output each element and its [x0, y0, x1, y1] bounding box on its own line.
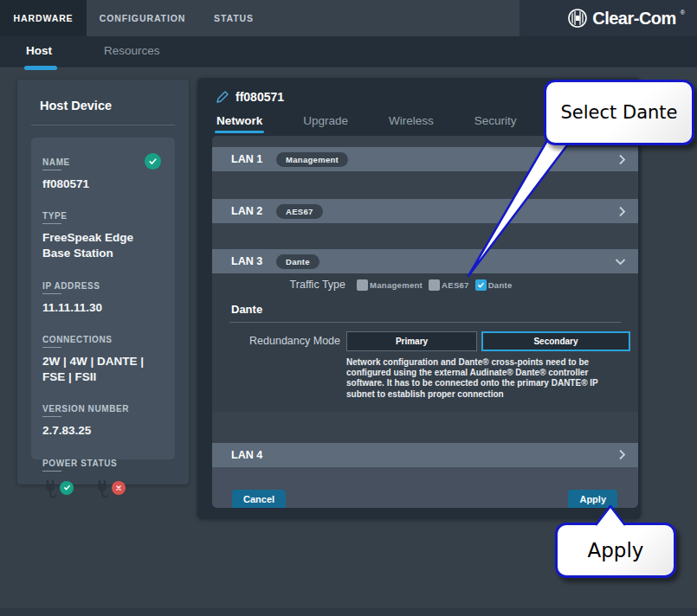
- lan1-row[interactable]: LAN 1 Management: [212, 147, 638, 171]
- field-ip-label: IP ADDRESS: [42, 281, 100, 297]
- clearcom-logo: Clear-Com ®: [567, 7, 685, 29]
- field-ip-address: IP ADDRESS 11.11.11.30: [42, 277, 163, 316]
- lan3-badge: Dante: [276, 254, 319, 269]
- clearcom-logo-icon: [567, 8, 588, 29]
- field-name-value: ff080571: [42, 176, 163, 192]
- apply-callout: Apply: [555, 523, 676, 578]
- field-power-status: POWER STATUS: [42, 454, 163, 502]
- tab-security[interactable]: Security: [474, 114, 517, 133]
- lan2-label: LAN 2: [231, 205, 276, 217]
- field-ip-value: 11.11.11.30: [42, 300, 163, 316]
- checkbox-dante[interactable]: Dante: [475, 279, 513, 291]
- apply-callout-text: Apply: [588, 539, 644, 561]
- host-device-card: NAME ff080571 TYPE FreeSpeak Edge Base S…: [31, 138, 175, 459]
- field-type-value: FreeSpeak Edge Base Station: [42, 230, 155, 261]
- field-connections-value: 2W | 4W | DANTE | FSE | FSII: [42, 354, 164, 385]
- lan4-label: LAN 4: [231, 449, 276, 461]
- host-device-panel: Host Device NAME ff080571 TYPE FreeSpeak…: [17, 80, 189, 484]
- sidebar-divider: [31, 125, 175, 125]
- checkbox-aes67-label: AES67: [442, 280, 469, 290]
- tab-status[interactable]: STATUS: [208, 0, 260, 36]
- power-supply-1: [42, 479, 72, 502]
- dante-divider: [229, 322, 621, 323]
- chevron-down-icon[interactable]: [615, 258, 626, 266]
- page: HARDWARE CONFIGURATION STATUS Clear-Com …: [0, 0, 697, 616]
- chevron-right-icon[interactable]: [618, 154, 626, 165]
- field-type: TYPE FreeSpeak Edge Base Station: [42, 207, 163, 261]
- lan2-badge: AES67: [276, 204, 323, 219]
- field-connections-label: CONNECTIONS: [42, 335, 113, 350]
- lan3-row[interactable]: LAN 3 Dante: [212, 249, 638, 273]
- sub-nav-bar: Host Resources: [0, 36, 697, 68]
- checkbox-dante-box[interactable]: [475, 279, 487, 291]
- traffic-type-options: Management AES67 Dante: [357, 279, 513, 291]
- redundancy-mode-buttons: Primary Secondary: [346, 331, 630, 351]
- tab-network[interactable]: Network: [216, 114, 262, 133]
- field-version-value: 2.7.83.25: [42, 423, 163, 439]
- field-version: VERSION NUMBER 2.7.83.25: [42, 400, 163, 439]
- top-nav-bar: HARDWARE CONFIGURATION STATUS Clear-Com …: [0, 0, 697, 36]
- bottom-strip: [0, 608, 697, 616]
- select-dante-callout-text: Select Dante: [561, 102, 678, 123]
- lan-accordion: LAN 1 Management LAN 2 AES67: [212, 136, 638, 467]
- checkbox-management[interactable]: Management: [357, 279, 423, 291]
- redundancy-mode-label: Redundancy Mode: [212, 331, 340, 347]
- active-tab-underline: [24, 66, 57, 70]
- primary-mode-button[interactable]: Primary: [346, 331, 477, 351]
- checkbox-management-box[interactable]: [357, 279, 368, 291]
- clearcom-logo-text: Clear-Com: [592, 9, 676, 29]
- tab-host[interactable]: Host: [26, 44, 52, 57]
- edit-pencil-icon[interactable]: [216, 91, 229, 103]
- secondary-mode-button[interactable]: Secondary: [481, 331, 630, 351]
- field-power-label: POWER STATUS: [42, 459, 117, 474]
- power-status-row: [42, 479, 163, 502]
- tab-upgrade[interactable]: Upgrade: [303, 114, 348, 133]
- field-name: NAME ff080571: [42, 153, 163, 192]
- field-connections: CONNECTIONS 2W | 4W | DANTE | FSE | FSII: [42, 330, 163, 385]
- lan4-row[interactable]: LAN 4: [212, 443, 638, 467]
- traffic-type-row: Traffic Type Management AES67: [288, 279, 638, 291]
- apply-button[interactable]: Apply: [568, 490, 617, 508]
- dante-section-heading: Dante: [231, 303, 638, 316]
- tab-hardware[interactable]: HARDWARE: [0, 0, 87, 36]
- plug-icon: [94, 479, 112, 500]
- plug-icon: [42, 479, 60, 500]
- power-supply-2: [94, 479, 124, 502]
- lan3-label: LAN 3: [231, 255, 276, 267]
- tab-wireless[interactable]: Wireless: [389, 114, 434, 133]
- redundancy-mode-row: Redundancy Mode Primary Secondary: [212, 331, 638, 351]
- dante-info-text: Network configuration and Dante® cross-p…: [346, 357, 616, 412]
- checkbox-dante-label: Dante: [488, 280, 513, 290]
- checkbox-aes67-box[interactable]: [429, 279, 440, 291]
- registered-mark: ®: [681, 10, 685, 16]
- power-1-ok-icon: [60, 481, 74, 495]
- checkbox-management-label: Management: [370, 280, 423, 290]
- traffic-type-label: Traffic Type: [288, 279, 345, 291]
- field-name-label: NAME: [42, 157, 70, 173]
- checkbox-aes67[interactable]: AES67: [429, 279, 469, 291]
- form-actions: Cancel Apply: [212, 467, 638, 508]
- network-settings-container: LAN 1 Management LAN 2 AES67: [212, 136, 638, 508]
- field-version-label: VERSION NUMBER: [42, 404, 129, 420]
- name-ok-icon: [145, 153, 161, 170]
- lan1-badge: Management: [276, 152, 348, 167]
- device-id: ff080571: [236, 90, 284, 104]
- host-device-title: Host Device: [17, 80, 189, 125]
- lan2-row[interactable]: LAN 2 AES67: [212, 199, 638, 223]
- select-dante-callout: Select Dante: [544, 80, 694, 145]
- field-type-label: TYPE: [42, 211, 68, 227]
- tab-configuration[interactable]: CONFIGURATION: [97, 0, 188, 36]
- cancel-button[interactable]: Cancel: [232, 490, 286, 508]
- lan3-expanded-content: Traffic Type Management AES67: [212, 273, 638, 412]
- chevron-right-icon[interactable]: [618, 206, 626, 217]
- power-2-fail-icon: [112, 481, 126, 495]
- chevron-right-icon[interactable]: [618, 449, 626, 460]
- lan1-label: LAN 1: [231, 153, 276, 165]
- tab-resources[interactable]: Resources: [104, 44, 160, 57]
